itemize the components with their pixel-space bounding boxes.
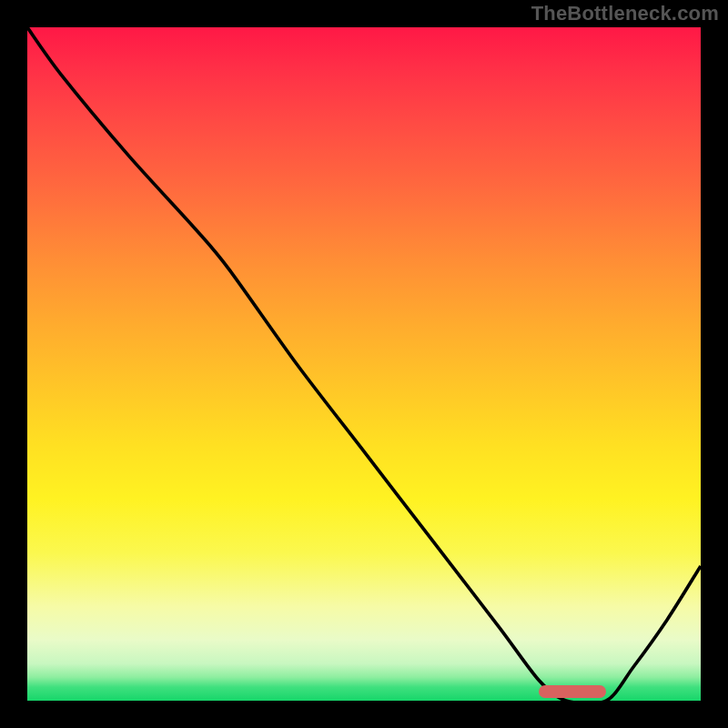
watermark-text: TheBottleneck.com [531, 2, 719, 25]
curve-layer [27, 27, 701, 701]
bottleneck-curve [27, 27, 701, 701]
chart-stage: TheBottleneck.com [0, 0, 728, 728]
optimal-range-marker [539, 685, 606, 698]
plot-area [27, 27, 701, 701]
